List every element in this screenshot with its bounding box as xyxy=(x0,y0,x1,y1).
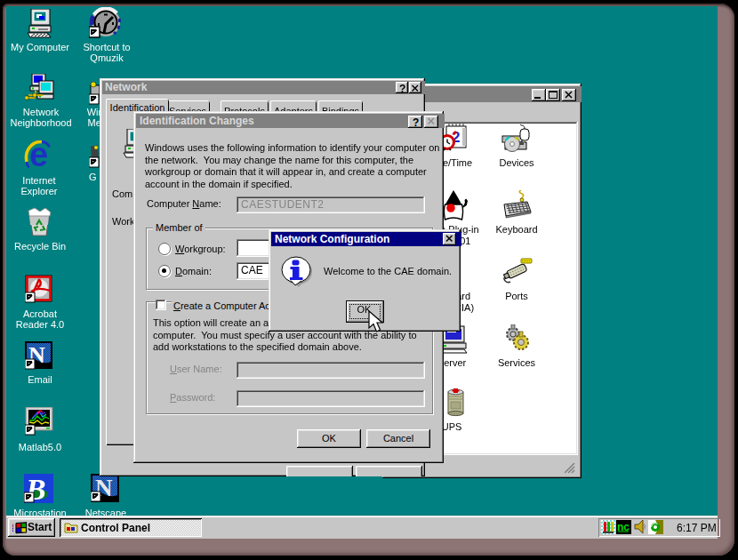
svg-text:?: ? xyxy=(413,116,419,128)
svg-text:?: ? xyxy=(399,83,405,94)
